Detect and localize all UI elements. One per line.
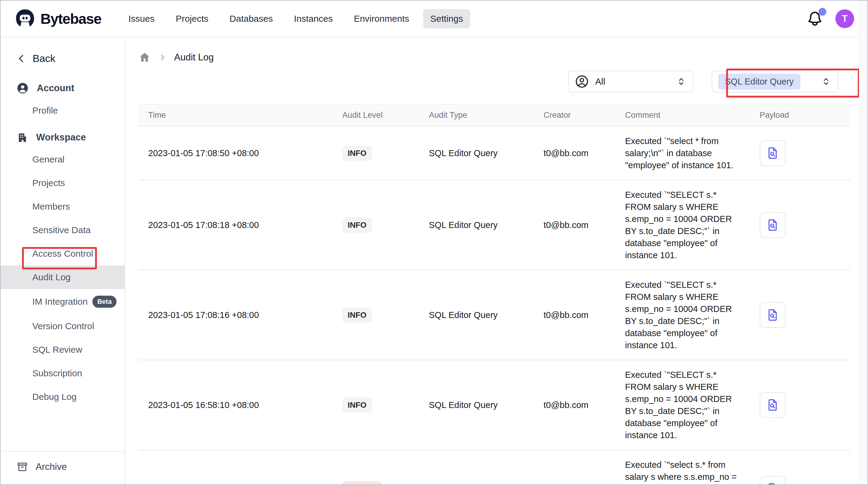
sidebar-item-label: Profile <box>32 105 58 116</box>
cell-audit-type: SQL Editor Query <box>419 270 534 360</box>
sidebar-item-label: Debug Log <box>32 392 77 402</box>
archive-icon <box>16 461 28 473</box>
sidebar-item-im-integration[interactable]: IM Integration Beta <box>1 289 125 314</box>
nav-item-environments[interactable]: Environments <box>346 9 416 28</box>
sidebar-item-audit-log[interactable]: Audit Log <box>1 265 125 289</box>
file-search-icon <box>766 482 780 485</box>
filters-bar: All SQL Editor Query <box>568 71 838 92</box>
cell-payload <box>750 450 851 485</box>
sidebar-item-subscription[interactable]: Subscription <box>1 362 125 385</box>
table-row: 2023-01-05 17:08:16 +08:00 INFO SQL Edit… <box>138 270 851 360</box>
view-payload-button[interactable] <box>760 212 785 238</box>
main-nav: Issues Projects Databases Instances Envi… <box>121 9 806 28</box>
cell-creator: t0@bb.com <box>534 180 615 270</box>
bytebase-logo-icon <box>15 9 35 29</box>
level-badge: INFO <box>342 308 372 323</box>
chevron-up-down-icon <box>821 77 831 87</box>
cell-audit-type: SQL Editor Query <box>419 360 534 450</box>
cell-time: 2023-01-05 16:56:57 +08:00 <box>138 450 333 485</box>
unread-dot <box>818 8 826 16</box>
creator-filter-select[interactable]: All <box>568 71 693 92</box>
nav-item-issues[interactable]: Issues <box>121 9 162 28</box>
cell-creator: t0@bb.com <box>534 126 615 180</box>
cell-creator: t0@bb.com <box>534 270 615 360</box>
avatar[interactable]: T <box>835 9 854 28</box>
cell-time: 2023-01-05 17:08:50 +08:00 <box>138 126 333 180</box>
file-search-icon <box>766 218 780 232</box>
cell-time: 2023-01-05 16:58:10 +08:00 <box>138 360 333 450</box>
sidebar-item-version-control[interactable]: Version Control <box>1 314 125 338</box>
chevron-up-down-icon <box>676 77 686 87</box>
nav-item-settings[interactable]: Settings <box>423 9 470 28</box>
sidebar-item-label: Audit Log <box>32 272 71 282</box>
view-payload-button[interactable] <box>760 392 785 418</box>
nav-item-projects[interactable]: Projects <box>168 9 216 28</box>
column-header-audit-level: Audit Level <box>333 105 419 126</box>
sidebar-item-general[interactable]: General <box>1 148 125 171</box>
table-body: 2023-01-05 17:08:50 +08:00 INFO SQL Edit… <box>138 126 851 485</box>
brand[interactable]: Bytebase <box>15 9 101 29</box>
sidebar-item-archive[interactable]: Archive <box>1 451 125 484</box>
brand-name: Bytebase <box>40 10 101 27</box>
column-header-time: Time <box>138 105 333 126</box>
cell-audit-level: INFO <box>333 180 419 270</box>
cell-audit-type: SQL Editor Query <box>419 180 534 270</box>
level-badge: INFO <box>342 397 372 413</box>
account-section: Account Profile <box>1 82 125 122</box>
table-row: 2023-01-05 16:56:57 +08:00 ERROR SQL Edi… <box>138 450 851 485</box>
archive-label: Archive <box>36 461 67 472</box>
column-header-comment: Comment <box>615 105 750 126</box>
sidebar-item-access-control[interactable]: Access Control <box>1 242 125 265</box>
sidebar-item-profile[interactable]: Profile <box>1 99 125 122</box>
sidebar-item-label: SQL Review <box>32 345 83 355</box>
cell-comment: Executed `"SELECT s.* FROM salary s WHER… <box>615 360 750 450</box>
cell-comment: Executed `"select * from salary;\n"` in … <box>615 126 750 180</box>
view-payload-button[interactable] <box>760 140 785 166</box>
back-button[interactable]: Back <box>1 38 125 64</box>
cell-comment: Executed `"select s.* from salary s wher… <box>615 450 750 485</box>
home-icon[interactable] <box>138 51 151 63</box>
cell-payload <box>750 360 851 450</box>
sidebar-item-label: Projects <box>32 178 65 188</box>
nav-item-databases[interactable]: Databases <box>222 9 280 28</box>
cell-payload <box>750 270 851 360</box>
cell-time: 2023-01-05 17:08:18 +08:00 <box>138 180 333 270</box>
breadcrumb-chevron-icon <box>158 53 166 61</box>
beta-badge: Beta <box>92 296 117 308</box>
audit-type-filter-select[interactable]: SQL Editor Query <box>712 71 838 92</box>
level-badge: INFO <box>342 146 372 161</box>
sidebar-item-debug-log[interactable]: Debug Log <box>1 385 125 408</box>
table-row: 2023-01-05 17:08:50 +08:00 INFO SQL Edit… <box>138 126 851 180</box>
account-section-header: Account <box>1 82 125 94</box>
cell-creator: t0@bb.com <box>534 450 615 485</box>
column-header-creator: Creator <box>534 105 615 126</box>
sidebar-item-label: Version Control <box>32 321 94 331</box>
notifications-button[interactable] <box>806 10 823 27</box>
top-navbar: Bytebase Issues Projects Databases Insta… <box>1 1 867 37</box>
page-scrollbar[interactable] <box>859 1 867 484</box>
sidebar-item-label: Access Control <box>32 249 93 259</box>
chevron-left-icon <box>16 53 27 64</box>
building-icon <box>16 131 28 143</box>
cell-audit-level: INFO <box>333 360 419 450</box>
sidebar-item-label: Subscription <box>32 368 82 378</box>
level-badge: ERROR <box>342 481 381 485</box>
cell-audit-level: INFO <box>333 126 419 180</box>
cell-payload <box>750 180 851 270</box>
workspace-section: Workspace General Projects Members Sensi… <box>1 131 125 408</box>
cell-comment: Executed `"SELECT s.* FROM salary s WHER… <box>615 180 750 270</box>
view-payload-button[interactable] <box>760 476 785 485</box>
sidebar-item-projects[interactable]: Projects <box>1 171 125 195</box>
workspace-section-label: Workspace <box>36 132 86 143</box>
cell-audit-type: SQL Editor Query <box>419 450 534 485</box>
navbar-right: T <box>806 9 854 28</box>
nav-item-instances[interactable]: Instances <box>287 9 340 28</box>
user-icon <box>16 82 29 94</box>
cell-audit-type: SQL Editor Query <box>419 126 534 180</box>
account-section-label: Account <box>37 83 74 94</box>
view-payload-button[interactable] <box>760 302 785 328</box>
sidebar-item-members[interactable]: Members <box>1 195 125 218</box>
file-search-icon <box>766 398 780 412</box>
sidebar-item-sensitive-data[interactable]: Sensitive Data <box>1 218 125 242</box>
sidebar-item-sql-review[interactable]: SQL Review <box>1 338 125 362</box>
